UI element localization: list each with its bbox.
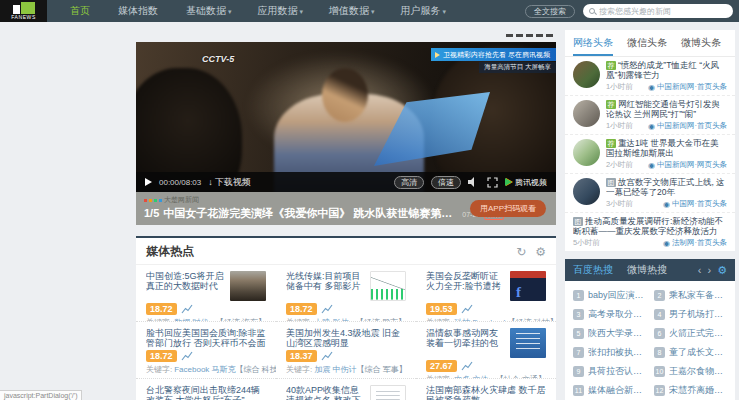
headline-source[interactable]: ◉法制网·首页头条 xyxy=(663,238,727,248)
hotsearch-tabs: 百度热搜 微博热搜 xyxy=(573,263,681,277)
download-video-button[interactable]: ↓下载视频 xyxy=(208,176,251,189)
carousel-dot[interactable] xyxy=(506,34,513,37)
headline-avatar xyxy=(573,139,600,166)
nav-item[interactable]: 增值数据▾ xyxy=(316,0,388,23)
logo-icon xyxy=(13,2,35,14)
next-icon[interactable]: › xyxy=(707,265,711,276)
quality-button[interactable]: 高清 xyxy=(394,176,424,189)
hot-search-item[interactable]: 3 高考录取分数公布 xyxy=(573,308,646,321)
headline-tab[interactable]: 网络头条 xyxy=(573,30,613,56)
keyword-links[interactable]: Facebook 马斯克 xyxy=(174,364,235,375)
hotsearch-tab[interactable]: 微博热搜 xyxy=(627,263,667,277)
chevron-down-icon: ▾ xyxy=(443,8,447,15)
headline-title[interactable]: 图故宫数字文物库正式上线, 这一幕已经等了20年 xyxy=(606,178,727,197)
hot-search-item[interactable]: 5 陕西大学录通知书 xyxy=(573,327,646,340)
rank-badge: 10 xyxy=(654,366,665,377)
hot-search-item[interactable]: 1 baby回应演技质疑 xyxy=(573,289,646,302)
news-card-title[interactable]: 法国南部森林火灾肆虐 数千居民被紧急疏散 xyxy=(426,385,546,400)
hot-search-item[interactable]: 6 火箭正式完成交易 xyxy=(654,327,727,340)
headline-source[interactable]: ◉中国新闻网·首页头条 xyxy=(648,121,727,131)
promo-banner-sub: 海量高清节目 大屏畅享 xyxy=(479,62,556,73)
hot-search-item[interactable]: 10 王嘉尔食物中毒 xyxy=(654,365,727,378)
nav-item[interactable]: 媒体指数 xyxy=(105,0,173,23)
trend-chart-icon[interactable] xyxy=(321,351,334,361)
keyword-label: 关键字: xyxy=(286,364,312,375)
hot-search-text: 媒体融合新发展 xyxy=(588,384,646,397)
headline-item[interactable]: 图推动高质量发展调研行:新经济动能不断积蓄——重庆发展数字经济释放活力 5小时前… xyxy=(565,213,735,251)
news-card-title[interactable]: 美国会反垄断听证火力全开:脸书遭拷问 库克忙求解铃声 xyxy=(426,271,504,291)
headline-time: 1小时前 xyxy=(606,121,633,131)
hotspot-cards: 中国创造:5G将开启真正的大数据时代 18.72 关键字: 数据 时代 【经济 … xyxy=(136,265,556,400)
video-player[interactable]: CCTV-5 卫视精彩内容抢先看 尽在腾讯视频 海量高清节目 大屏畅享 00:0… xyxy=(136,42,556,192)
hot-search-item[interactable]: 9 具荷拉否认恋情 xyxy=(573,365,646,378)
gear-icon[interactable]: ⚙ xyxy=(717,265,727,276)
hot-search-item[interactable]: 7 张扣扣被执行死刑 xyxy=(573,346,646,359)
headline-title[interactable]: 图推动高质量发展调研行:新经济动能不断积蓄——重庆发展数字经济释放活力 xyxy=(573,217,727,236)
fanews-logo[interactable]: FANEWS xyxy=(0,0,47,22)
carousel-dot[interactable] xyxy=(536,34,543,37)
headline-source[interactable]: ◉中国网·首页头条 xyxy=(663,199,727,209)
hot-search-item[interactable]: 8 童了成长文章黑衣 xyxy=(654,346,727,359)
nav-item[interactable]: 首页 xyxy=(57,0,105,23)
gear-icon[interactable]: ⚙ xyxy=(535,246,546,258)
news-card-title[interactable]: 中国创造:5G将开启真正的大数据时代 xyxy=(146,271,224,291)
trend-chart-icon[interactable] xyxy=(181,304,194,314)
news-card-title[interactable]: 美国加州发生4.3级地震 旧金山湾区震感明显 xyxy=(286,328,406,348)
prev-icon[interactable]: ‹ xyxy=(698,265,702,276)
headline-title[interactable]: 荐“愤怒的成龙”T恤走红 “火凤凰”初露锋芒力 xyxy=(606,61,727,80)
news-thumbnail[interactable] xyxy=(370,271,406,301)
hot-search-item[interactable]: 4 男子机场打骂小孩 xyxy=(654,308,727,321)
chevron-down-icon: ▾ xyxy=(371,8,375,15)
video-title-link[interactable]: 中国女子花游完美演绎《我爱你中国》 跳水队获世锦赛第八金 xyxy=(163,206,458,221)
promo-banner[interactable]: 卫视精彩内容抢先看 尽在腾讯视频 xyxy=(431,48,556,61)
headline-item[interactable]: 图故宫数字文物库正式上线, 这一幕已经等了20年 3小时前 ◉中国网·首页头条 xyxy=(565,174,735,213)
headline-tab[interactable]: 微博头条 xyxy=(681,30,721,56)
hot-search-item[interactable]: 12 宋慧乔离婚后近照 xyxy=(654,384,727,397)
news-card-title[interactable]: 脸书回应美国国会质询:除非监管部门放行 否则天秤币不会面世 xyxy=(146,328,266,348)
hot-search-text: 宋慧乔离婚后近照 xyxy=(669,384,727,397)
news-card-title[interactable]: 温情叙事感动网友 装着一切牵挂的包裹——寄给一对母女 xyxy=(426,328,504,348)
news-thumbnail[interactable] xyxy=(510,328,546,358)
news-card-title[interactable]: 台北警察夜间出击取缔244辆改装车 大学生怒斥“车子” xyxy=(146,385,266,400)
nav-item[interactable]: 基础数据▾ xyxy=(173,0,245,23)
nav-item[interactable]: 应用数据▾ xyxy=(245,0,317,23)
carousel-dot[interactable] xyxy=(546,34,553,37)
carousel-dot[interactable] xyxy=(526,34,533,37)
headline-item[interactable]: 荐“愤怒的成龙”T恤走红 “火凤凰”初露锋芒力 1小时前 ◉中国新闻网·首页头条 xyxy=(565,57,735,96)
search-icon xyxy=(589,8,595,14)
fullscreen-button[interactable] xyxy=(487,177,498,188)
trend-chart-icon[interactable] xyxy=(181,351,194,361)
keyword-links[interactable]: 加震 中伤计 xyxy=(314,364,356,375)
hotsearch-tab[interactable]: 百度热搜 xyxy=(573,263,613,277)
news-card-title[interactable]: 光线传媒:目前项目储备中有 多部影片有望十年内上映 xyxy=(286,271,364,291)
news-thumbnail[interactable] xyxy=(230,271,266,301)
fulltext-search-button[interactable]: 全文搜索 xyxy=(525,5,575,18)
headline-source[interactable]: ◉中国新闻网·首页头条 xyxy=(648,82,727,92)
search-input[interactable] xyxy=(599,7,727,16)
news-thumbnail[interactable] xyxy=(510,271,546,301)
trend-chart-icon[interactable] xyxy=(321,304,334,314)
news-thumbnail[interactable] xyxy=(370,385,406,400)
trend-chart-icon[interactable] xyxy=(461,304,474,314)
chevron-down-icon: ▾ xyxy=(228,8,232,15)
carousel-dot[interactable] xyxy=(516,34,523,37)
headline-tab[interactable]: 微信头条 xyxy=(627,30,667,56)
tencent-video-brand[interactable]: 腾讯视频 xyxy=(505,177,547,188)
main-nav: 首页 媒体指数 基础数据▾ 应用数据▾ 增值数据▾ 用户服务▾ xyxy=(57,0,459,23)
play-button[interactable] xyxy=(145,178,152,186)
refresh-icon[interactable]: ↻ xyxy=(516,246,526,258)
headline-source[interactable]: ◉中国新闻网·网页头条 xyxy=(648,160,727,170)
hot-search-item[interactable]: 2 乘私家车备降救人 xyxy=(654,289,727,302)
news-card-title[interactable]: 40款APP收集信息违规被点名 整改下架,墨迹天气等上榜 xyxy=(286,385,364,400)
trend-chart-icon[interactable] xyxy=(461,361,474,371)
volume-button[interactable] xyxy=(468,177,480,187)
search-box[interactable] xyxy=(583,4,733,18)
nav-item[interactable]: 用户服务▾ xyxy=(388,0,460,23)
hot-search-item[interactable]: 11 媒体融合新发展 xyxy=(573,384,646,397)
app-scan-button[interactable]: 用APP扫码观看 xyxy=(470,200,546,217)
headline-title[interactable]: 荐网红智能交通信号灯引发舆论热议 兰州网民“打”“闹” xyxy=(606,100,727,119)
speed-button[interactable]: 倍速 xyxy=(431,176,461,189)
headline-item[interactable]: 荐网红智能交通信号灯引发舆论热议 兰州网民“打”“闹” 1小时前 ◉中国新闻网·… xyxy=(565,96,735,135)
headline-item[interactable]: 荐重达1吨 世界最大金币在美国拉斯维加斯展出 2小时前 ◉中国新闻网·网页头条 xyxy=(565,135,735,174)
headline-title[interactable]: 荐重达1吨 世界最大金币在美国拉斯维加斯展出 xyxy=(606,139,727,158)
